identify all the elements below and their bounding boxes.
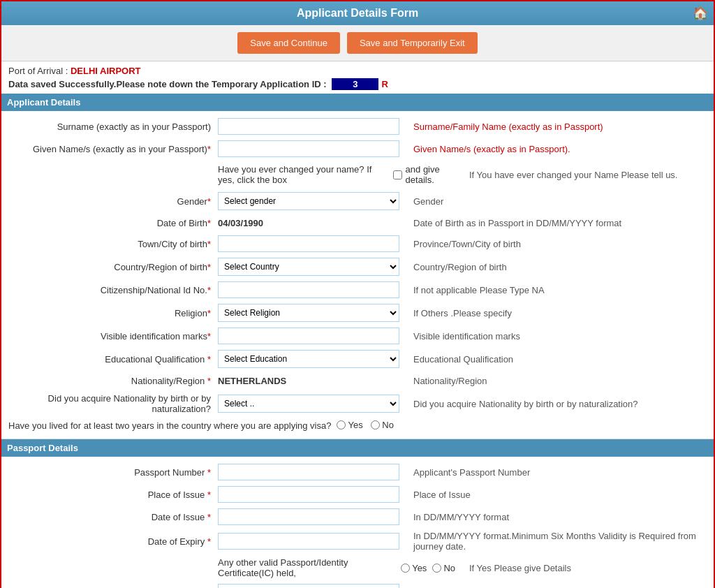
education-row: Educational Qualification * Select Educa… (1, 347, 714, 371)
country-issue-select[interactable]: Select Country (218, 584, 399, 588)
applicant-form-body: Surname (exactly as in your Passport) Su… (1, 111, 714, 439)
date-issue-input[interactable] (218, 508, 399, 525)
nationality-row: Nationality/Region * NETHERLANDS Nationa… (1, 371, 714, 390)
visible-marks-input-wrapper (218, 328, 399, 344)
gender-row: Gender* Select gender Male Female Transg… (1, 189, 714, 213)
date-issue-hint: In DD/MM/YYYY format (399, 512, 707, 522)
lived-row: Have you lived for at least two years in… (1, 417, 714, 434)
country-issue-select-wrapper: Select Country (218, 584, 399, 588)
date-issue-label: Date of Issue * (8, 512, 218, 522)
gender-label: Gender* (8, 196, 218, 207)
passport-section-header: Passport Details (1, 439, 714, 457)
other-passport-yes-label[interactable]: Yes (401, 563, 427, 573)
place-issue-label: Place of Issue * (8, 490, 218, 500)
lived-text: Have you lived for at least two years in… (8, 420, 331, 431)
passport-number-input-wrapper (218, 464, 399, 480)
dob-row: Date of Birth* 04/03/1990 Date of Birth … (1, 213, 714, 233)
education-hint: Educational Qualification (399, 354, 707, 365)
surname-input[interactable] (218, 118, 399, 135)
education-select[interactable]: Select Education Matriculate Graduate Po… (218, 350, 399, 368)
nationality-value: NETHERLANDS (218, 376, 286, 386)
given-name-input-wrapper (218, 140, 399, 157)
visible-marks-row: Visible identification marks* Visible id… (1, 325, 714, 347)
nationality-hint: Nationality/Region (399, 376, 707, 386)
dob-value-wrapper: 04/03/1990 (218, 218, 399, 228)
lived-yes-radio[interactable] (337, 420, 346, 429)
date-expiry-hint: In DD/MM/YYYY format.Minimum Six Months … (399, 531, 707, 552)
citizenship-row: Citizenship/National Id No.* If not appl… (1, 279, 714, 301)
date-expiry-input[interactable] (218, 533, 399, 550)
given-name-input[interactable] (218, 140, 399, 157)
surname-label: Surname (exactly as in your Passport) (8, 122, 218, 132)
save-continue-button-top[interactable]: Save and Continue (237, 32, 340, 54)
town-input-wrapper (218, 235, 399, 252)
nationality-label: Nationality/Region * (8, 376, 218, 386)
passport-number-hint: Applicant's Passport Number (399, 467, 707, 478)
port-label: Port of Arrival : (8, 66, 71, 76)
gender-select[interactable]: Select gender Male Female Transgender (218, 192, 399, 210)
naturalization-label: Did you acquire Nationality by birth or … (8, 393, 218, 414)
dob-hint: Date of Birth as in Passport in DD/MM/YY… (399, 218, 707, 228)
religion-select[interactable]: Select Religion Hindu Muslim Christian S… (218, 304, 399, 322)
dob-label: Date of Birth* (8, 218, 218, 228)
country-birth-select[interactable]: Select Country (218, 258, 399, 276)
passport-number-input[interactable] (218, 464, 399, 480)
nationality-value-wrapper: NETHERLANDS (218, 376, 399, 386)
given-name-row: Given Name/s (exactly as in your Passpor… (1, 138, 714, 160)
passport-number-row: Passport Number * Applicant's Passport N… (1, 461, 714, 483)
name-changed-suffix: and give details. (406, 164, 455, 185)
other-passport-hint: If Yes Please give Details (455, 563, 707, 573)
country-birth-row: Country/Region of birth* Select Country … (1, 255, 714, 279)
citizenship-label: Citizenship/National Id No.* (8, 285, 218, 295)
education-label: Educational Qualification * (8, 354, 218, 365)
other-passport-yes-radio[interactable] (401, 564, 410, 573)
home-icon[interactable]: 🏠 (693, 6, 708, 21)
religion-select-wrapper: Select Religion Hindu Muslim Christian S… (218, 304, 399, 322)
name-changed-text: Have you ever changed your name? If yes,… (218, 164, 390, 185)
applicant-section-header: Applicant Details (1, 94, 714, 111)
place-issue-input-wrapper (218, 486, 399, 503)
passport-section: Passport Details Passport Number * Appli… (1, 439, 714, 588)
other-passport-no-radio[interactable] (432, 564, 441, 573)
given-name-hint: Given Name/s (exactly as in Passport). (399, 144, 707, 154)
date-expiry-row: Date of Expiry * In DD/MM/YYYY format.Mi… (1, 528, 714, 554)
place-issue-hint: Place of Issue (399, 490, 707, 500)
surname-row: Surname (exactly as in your Passport) Su… (1, 115, 714, 138)
date-issue-row: Date of Issue * In DD/MM/YYYY format (1, 506, 714, 528)
naturalization-select[interactable]: Select .. Birth Naturalization (218, 395, 399, 413)
other-passport-no-label[interactable]: No (432, 563, 455, 573)
naturalization-select-wrapper: Select .. Birth Naturalization (218, 395, 399, 413)
country-birth-label: Country/Region of birth* (8, 262, 218, 272)
place-issue-row: Place of Issue * Place of Issue (1, 483, 714, 506)
applicant-section: Applicant Details Surname (exactly as in… (1, 94, 714, 439)
town-label: Town/City of birth* (8, 239, 218, 249)
citizenship-input[interactable] (218, 281, 399, 298)
lived-yes-label[interactable]: Yes (337, 420, 362, 430)
save-exit-button-top[interactable]: Save and Temporarily Exit (347, 32, 478, 54)
given-name-label: Given Name/s (exactly as in your Passpor… (8, 144, 218, 154)
citizenship-hint: If not applicable Please Type NA (399, 285, 707, 295)
name-changed-row: Have you ever changed your name? If yes,… (1, 160, 714, 189)
app-id-suffix: R (381, 79, 388, 89)
dob-value: 04/03/1990 (218, 218, 263, 228)
visible-marks-input[interactable] (218, 328, 399, 344)
surname-input-wrapper (218, 118, 399, 135)
citizenship-input-wrapper (218, 281, 399, 298)
name-changed-checkbox[interactable] (393, 170, 402, 179)
other-passport-area: Any other valid Passport/Identity Certif… (218, 557, 455, 578)
lived-no-radio[interactable] (371, 420, 380, 429)
lived-no-label[interactable]: No (371, 420, 394, 430)
passport-number-label: Passport Number * (8, 467, 218, 478)
country-birth-hint: Country/Region of birth (399, 262, 707, 272)
place-issue-input[interactable] (218, 486, 399, 503)
date-expiry-input-wrapper (218, 533, 399, 550)
religion-hint: If Others .Please specify (399, 308, 707, 318)
visible-marks-hint: Visible identification marks (399, 331, 707, 341)
education-select-wrapper: Select Education Matriculate Graduate Po… (218, 350, 399, 368)
top-button-bar: Save and Continue Save and Temporarily E… (1, 25, 714, 61)
town-input[interactable] (218, 235, 399, 252)
visible-marks-label: Visible identification marks* (8, 331, 218, 341)
town-row: Town/City of birth* Province/Town/City o… (1, 233, 714, 255)
surname-hint: Surname/Family Name (exactly as in Passp… (399, 122, 707, 132)
naturalization-hint: Did you acquire Nationality by birth or … (399, 399, 707, 409)
